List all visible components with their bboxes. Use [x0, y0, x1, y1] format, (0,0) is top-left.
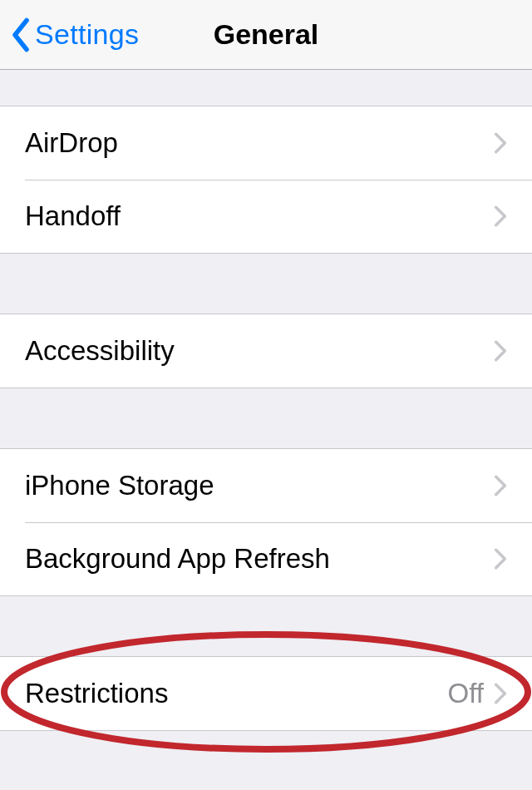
row-handoff[interactable]: Handoff	[0, 180, 532, 253]
row-label: Accessibility	[25, 335, 494, 367]
group-gap	[0, 388, 532, 448]
group-gap	[0, 596, 532, 656]
row-accessibility[interactable]: Accessibility	[0, 314, 532, 388]
row-iphone-storage[interactable]: iPhone Storage	[0, 449, 532, 522]
group-gap	[0, 70, 532, 106]
row-detail: Off	[448, 678, 484, 709]
chevron-right-icon	[494, 205, 507, 228]
chevron-right-icon	[494, 131, 507, 155]
chevron-right-icon	[494, 474, 507, 497]
row-restrictions[interactable]: Restrictions Off	[0, 657, 532, 730]
group-4: Restrictions Off	[0, 656, 532, 731]
chevron-right-icon	[494, 682, 507, 705]
group-1: AirDrop Handoff	[0, 106, 532, 254]
group-3: iPhone Storage Background App Refresh	[0, 448, 532, 596]
row-airdrop[interactable]: AirDrop	[0, 106, 532, 180]
chevron-left-icon	[10, 17, 32, 52]
back-button[interactable]: Settings	[10, 0, 139, 69]
row-label: Background App Refresh	[25, 543, 494, 575]
row-background-app-refresh[interactable]: Background App Refresh	[0, 522, 532, 595]
row-label: iPhone Storage	[25, 470, 494, 501]
chevron-right-icon	[494, 339, 507, 363]
row-label: Restrictions	[25, 678, 448, 709]
back-label: Settings	[35, 18, 139, 51]
group-gap	[0, 254, 532, 314]
chevron-right-icon	[494, 547, 507, 570]
row-label: AirDrop	[25, 127, 494, 159]
page-title: General	[214, 18, 319, 51]
navbar: Settings General	[0, 0, 532, 70]
row-label: Handoff	[25, 200, 494, 232]
group-2: Accessibility	[0, 314, 532, 388]
